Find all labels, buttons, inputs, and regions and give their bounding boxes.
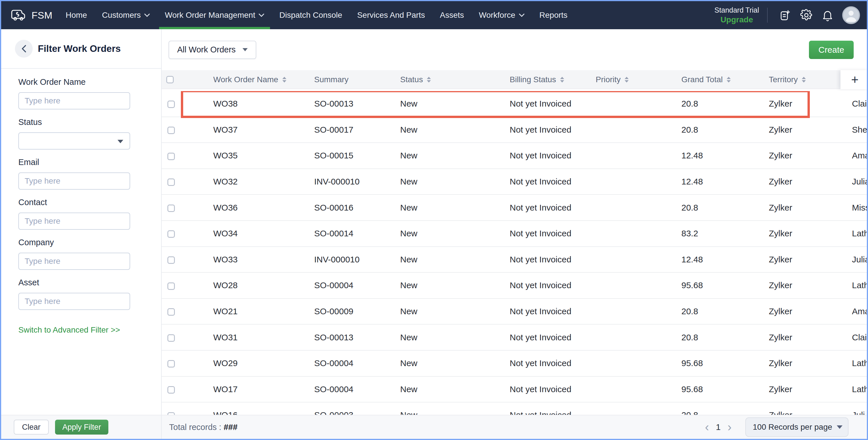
field-input[interactable] <box>18 253 130 270</box>
cell-billing-status: Not yet Invoiced <box>504 255 590 264</box>
prev-page-icon[interactable]: ‹ <box>705 421 709 433</box>
select-all-checkbox[interactable] <box>166 76 174 83</box>
nav-item[interactable]: Customers <box>96 1 156 29</box>
table-row[interactable]: WO32 INV-000010 New Not yet Invoiced 12.… <box>162 169 867 195</box>
nav-item[interactable]: Workforce <box>472 1 531 29</box>
nav-item[interactable]: Dispatch Console <box>273 1 348 29</box>
filter-sidebar: Filter Work Orders Work Order Name Statu… <box>1 29 162 439</box>
field-select[interactable] <box>18 132 130 149</box>
cell-status: New <box>395 151 504 161</box>
table-row[interactable]: WO28 SO-00004 New Not yet Invoiced 95.68… <box>162 273 867 299</box>
upgrade-link[interactable]: Upgrade <box>714 14 759 25</box>
table-row[interactable]: WO29 SO-00004 New Not yet Invoiced 95.68… <box>162 351 867 377</box>
advanced-filter-link[interactable]: Switch to Advanced Filter >> <box>18 326 120 335</box>
cell-contact: Shel <box>840 125 867 135</box>
caret-down-icon <box>118 140 123 143</box>
field-label: Status <box>18 116 144 128</box>
cell-grand-total: 95.68 <box>676 384 763 394</box>
field-input[interactable] <box>18 293 130 310</box>
back-button[interactable] <box>15 40 33 58</box>
filter-field: Status <box>18 116 144 149</box>
notifications-bell-icon[interactable] <box>817 9 838 21</box>
field-input[interactable] <box>18 212 130 230</box>
field-input[interactable] <box>18 172 130 190</box>
cell-territory: Zylker <box>763 99 840 108</box>
filter-field: Email <box>18 157 144 190</box>
row-checkbox[interactable] <box>167 153 175 160</box>
row-checkbox[interactable] <box>167 257 175 264</box>
cell-summary: SO-00009 <box>308 306 395 316</box>
cell-work-order-name: WO32 <box>208 177 308 187</box>
table-row[interactable]: WO35 SO-00015 New Not yet Invoiced 12.48… <box>162 143 867 169</box>
apply-filter-button[interactable]: Apply Filter <box>55 420 108 435</box>
view-selector-button[interactable]: All Work Orders <box>168 41 256 59</box>
sort-icon <box>625 77 629 82</box>
user-avatar[interactable] <box>842 6 860 24</box>
cell-summary: SO-00004 <box>308 280 395 290</box>
row-checkbox[interactable] <box>167 308 175 316</box>
row-checkbox[interactable] <box>167 360 175 368</box>
records-per-page-dropdown[interactable]: 100 Records per page <box>745 417 848 437</box>
cell-status: New <box>395 306 504 316</box>
table-row[interactable]: WO38 SO-00013 New Not yet Invoiced 20.8 … <box>162 91 867 117</box>
table-row[interactable]: WO34 SO-00014 New Not yet Invoiced 83.2 … <box>162 221 867 247</box>
cell-contact: Julia <box>840 255 867 264</box>
cell-work-order-name: WO29 <box>208 358 308 368</box>
cell-work-order-name: WO37 <box>208 125 308 135</box>
cell-status: New <box>395 99 504 108</box>
clear-button[interactable]: Clear <box>14 420 49 435</box>
quick-create-icon[interactable] <box>775 9 796 21</box>
cell-territory: Zylker <box>763 177 840 187</box>
table-row[interactable]: WO33 INV-000010 New Not yet Invoiced 12.… <box>162 247 867 273</box>
row-checkbox[interactable] <box>167 178 175 186</box>
next-page-icon[interactable]: › <box>727 421 732 433</box>
cell-contact: Clai <box>840 99 867 108</box>
nav-item[interactable]: Reports <box>533 1 574 29</box>
cell-billing-status: Not yet Invoiced <box>504 203 590 212</box>
nav-item[interactable]: Home <box>59 1 93 29</box>
table-row[interactable]: WO37 SO-00017 New Not yet Invoiced 20.8 … <box>162 117 867 143</box>
nav-item[interactable]: Services And Parts <box>351 1 431 29</box>
sort-icon <box>727 77 731 82</box>
row-checkbox[interactable] <box>167 334 175 342</box>
cell-work-order-name: WO31 <box>208 333 308 342</box>
row-checkbox[interactable] <box>167 101 175 108</box>
cell-contact: Lath <box>840 229 867 238</box>
table-body: WO38 SO-00013 New Not yet Invoiced 20.8 … <box>162 91 867 439</box>
row-checkbox[interactable] <box>167 127 175 134</box>
table-row[interactable]: WO17 SO-00004 New Not yet Invoiced 95.68… <box>162 377 867 403</box>
nav-item[interactable]: Assets <box>433 1 470 29</box>
cell-contact: Lath <box>840 358 867 368</box>
cell-work-order-name: WO35 <box>208 151 308 161</box>
column-header-billing-status[interactable]: Billing Status <box>504 75 590 84</box>
row-checkbox[interactable] <box>167 282 175 290</box>
table-row[interactable]: WO21 SO-00009 New Not yet Invoiced 20.8 … <box>162 299 867 325</box>
cell-summary: SO-00014 <box>308 229 395 238</box>
create-button[interactable]: Create <box>809 41 854 59</box>
trial-label: Standard Trial <box>714 6 759 14</box>
add-column-button[interactable]: + <box>840 70 868 89</box>
row-checkbox[interactable] <box>167 230 175 238</box>
table-row[interactable]: WO31 SO-00013 New Not yet Invoiced 20.8 … <box>162 325 867 351</box>
column-header-summary[interactable]: Summary <box>308 75 395 84</box>
brand[interactable]: FSM <box>1 1 59 29</box>
column-header-priority[interactable]: Priority <box>590 75 676 84</box>
table-header: Work Order Name Summary Status Billing S… <box>162 70 867 89</box>
field-input[interactable] <box>18 92 130 109</box>
sidebar-footer: Clear Apply Filter <box>1 415 161 439</box>
cell-work-order-name: WO34 <box>208 229 308 238</box>
column-header-grand-total[interactable]: Grand Total <box>676 75 763 84</box>
settings-gear-icon[interactable] <box>796 9 817 21</box>
column-header-status[interactable]: Status <box>395 75 504 84</box>
column-header-work-order-name[interactable]: Work Order Name <box>208 75 308 84</box>
nav-item[interactable]: Work Order Management <box>158 1 271 29</box>
sort-icon <box>802 77 806 82</box>
row-checkbox[interactable] <box>167 386 175 394</box>
cell-status: New <box>395 229 504 238</box>
cell-territory: Zylker <box>763 280 840 290</box>
cell-grand-total: 95.68 <box>676 358 763 368</box>
table-row[interactable]: WO36 SO-00016 New Not yet Invoiced 20.8 … <box>162 195 867 221</box>
current-page: 1 <box>716 422 721 432</box>
column-header-territory[interactable]: Territory <box>763 75 840 84</box>
row-checkbox[interactable] <box>167 205 175 212</box>
